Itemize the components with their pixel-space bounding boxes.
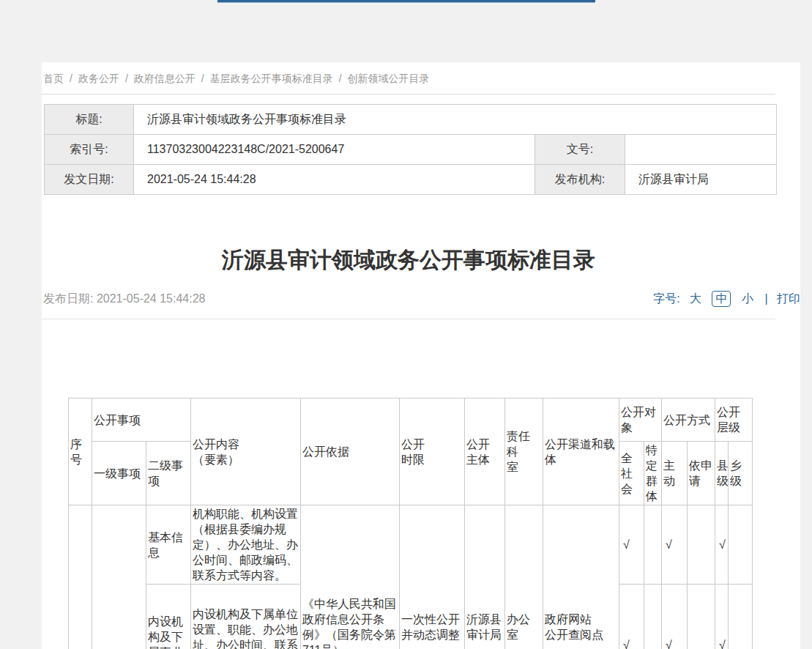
doc-number-label: 文号: [535,135,625,165]
meta-divider-line [42,319,775,319]
header-cell-dept: 责任科 室 [505,398,543,505]
cell-time-limit: 一次性公开 并动态调整 [400,505,465,649]
publish-date: 发布日期: 2021-05-24 15:44:28 [43,291,205,307]
header-cell-subject: 公开 主体 [465,398,505,505]
header-cell-method-active: 主 动 [662,442,688,505]
breadcrumb-separator: / [125,73,128,84]
doc-date-value: 2021-05-24 15:44:28 [134,165,535,195]
header-cell-seq: 序 号 [69,398,92,505]
top-nav-bar-remnant [217,0,595,3]
cell-level1 [92,505,146,649]
header-cell-time-limit: 公开 时限 [400,398,465,505]
cell-dept: 办公室 [505,505,543,649]
cell-level2: 基本信 息 [146,505,191,585]
font-size-controls: 字号: 大 中 小 | 打印 [653,291,800,307]
print-button[interactable]: 打印 [777,292,800,305]
doc-date-label: 发文日期: [45,165,134,195]
cell-check-request [688,585,715,649]
publish-date-label: 发布日期: [43,292,93,305]
doc-org-label: 发布机构: [535,165,625,195]
cell-channel: 政府网站 公开查阅点 [543,505,619,649]
cell-check-specific [644,585,662,649]
cell-check-county: √ [715,585,729,649]
cell-check-request [688,505,715,585]
doc-info-row-date: 发文日期: 2021-05-24 15:44:28 发布机构: 沂源县审计局 [45,165,777,195]
font-size-large-button[interactable]: 大 [690,292,701,305]
page-title: 沂源县审计领域政务公开事项标准目录 [42,245,775,275]
cell-check-township [729,585,753,649]
cell-basis: 《中华人民共和国 政府信息公开条 例》（国务院令第 711号） [301,505,400,649]
header-cell-matter-group: 公开事项 [92,398,191,442]
header-cell-audience-group: 公开对 象 [619,398,662,442]
header-cell-audience-specific: 特 定 群 体 [644,442,662,505]
doc-title-value: 沂源县审计领域政务公开事项标准目录 [134,105,777,135]
doc-index-value: 11370323004223148C/2021-5200647 [134,135,535,165]
cell-seq [69,505,92,649]
cell-check-county: √ [715,505,729,585]
doc-info-row-title: 标题: 沂源县审计领域政务公开事项标准目录 [45,105,777,135]
header-cell-level-group: 公开 层级 [715,398,753,442]
breadcrumb-separator: / [201,73,204,84]
breadcrumb-standard-catalog[interactable]: 基层政务公开事项标准目录 [210,73,333,84]
header-cell-content: 公开内容 （要素） [191,398,301,505]
breadcrumb-divider [42,94,775,94]
cell-content: 内设机构及下属单位 设置、职能、办公地 址、办公时间、联系 方式、负责人姓名等 … [191,585,301,649]
header-cell-level-county: 县 级 [715,442,729,505]
header-cell-level-township: 乡 级 [729,442,753,505]
doc-info-row-index: 索引号: 11370323004223148C/2021-5200647 文号: [45,135,777,165]
cell-subject: 沂源县 审计局 [465,505,505,649]
table-row: 基本信 息 机构职能、机构设置 （根据县委编办规 定）、办公地址、办 公时间、邮… [69,505,753,585]
article-meta-row: 发布日期: 2021-05-24 15:44:28 字号: 大 中 小 | 打印 [42,291,775,308]
publish-date-value: 2021-05-24 15:44:28 [97,292,206,305]
content-card: 首页/政务公开/政府信息公开/基层政务公开事项标准目录/创新领域公开目录 标题:… [42,62,800,649]
doc-title-label: 标题: [45,105,134,135]
cell-level2: 内设机 构及下 属事业 单位 [146,585,191,649]
cell-check-public: √ [619,505,644,585]
controls-divider: | [764,292,767,305]
doc-org-value: 沂源县审计局 [625,165,777,195]
breadcrumb-zhengwugongkai[interactable]: 政务公开 [78,73,119,84]
doc-index-label: 索引号: [45,135,134,165]
font-size-small-button[interactable]: 小 [742,292,753,305]
header-cell-basis: 公开依据 [301,398,400,505]
cell-content: 机构职能、机构设置 （根据县委编办规 定）、办公地址、办 公时间、邮政编码、 联… [191,505,301,585]
header-cell-method-request: 依申 请 [688,442,715,505]
breadcrumb-government-info[interactable]: 政府信息公开 [134,73,195,84]
catalog-table: 序 号 公开事项 公开内容 （要素） 公开依据 公开 时限 公开 主体 责任科 … [68,398,753,649]
header-cell-level1: 一级事项 [92,442,146,505]
cell-check-township [729,505,753,585]
header-cell-audience-public: 全社 会 [619,442,644,505]
header-cell-method-group: 公开方式 [662,398,715,442]
cell-check-public: √ [619,585,644,649]
doc-number-value [625,135,777,165]
cell-check-specific [644,505,662,585]
document-info-table: 标题: 沂源县审计领域政务公开事项标准目录 索引号: 1137032300422… [44,104,777,195]
cell-check-active: √ [662,505,688,585]
font-size-label: 字号: [653,292,679,305]
header-cell-channel: 公开渠道和载 体 [543,398,619,505]
breadcrumb-innovation-catalog[interactable]: 创新领域公开目录 [348,73,430,84]
breadcrumb: 首页/政务公开/政府信息公开/基层政务公开事项标准目录/创新领域公开目录 [43,71,775,86]
breadcrumb-home[interactable]: 首页 [43,73,64,84]
font-size-medium-button[interactable]: 中 [712,291,731,307]
header-cell-level2: 二级事 项 [146,442,191,505]
catalog-header-row-1: 序 号 公开事项 公开内容 （要素） 公开依据 公开 时限 公开 主体 责任科 … [69,398,753,442]
breadcrumb-separator: / [70,73,72,84]
cell-check-active: √ [662,585,688,649]
breadcrumb-separator: / [339,73,342,84]
